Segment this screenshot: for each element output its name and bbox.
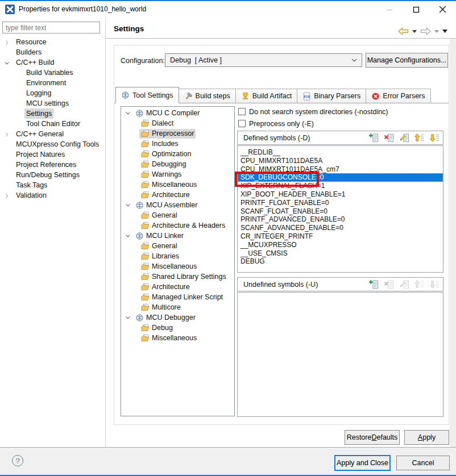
move-up-icon xyxy=(414,279,424,289)
symbol-row[interactable]: XIP_BOOT_HEADER_ENABLE=1 xyxy=(238,190,443,199)
tool-tree-item-general[interactable]: General xyxy=(121,210,234,220)
chevron-expanded-icon[interactable] xyxy=(125,110,131,116)
back-icon[interactable] xyxy=(398,27,409,35)
add-symbol-icon[interactable] xyxy=(368,133,378,143)
sidebar-item-validation[interactable]: Validation xyxy=(0,190,105,201)
tool-tree-item-general[interactable]: General xyxy=(121,241,234,251)
forward-icon[interactable] xyxy=(420,27,431,35)
chevron-collapsed-icon[interactable] xyxy=(3,131,10,138)
sidebar-item-c-c-general[interactable]: C/C++ General xyxy=(0,129,105,139)
symbol-row[interactable]: PRINTF_FLOAT_ENABLE=0 xyxy=(238,199,443,207)
sidebar-item-project-references[interactable]: Project References xyxy=(0,160,105,170)
cancel-button[interactable]: Cancel xyxy=(396,456,450,470)
tool-tree-item-mcu-linker[interactable]: MCU Linker xyxy=(121,231,234,241)
move-down-icon[interactable] xyxy=(430,133,440,143)
help-button[interactable]: ? xyxy=(12,455,23,466)
tab-build-steps[interactable]: Build steps xyxy=(179,89,236,103)
move-up-icon[interactable] xyxy=(414,133,424,143)
symbol-row[interactable]: CR_INTEGER_PRINTF xyxy=(238,232,443,241)
tool-tree-item-shared-library-settings[interactable]: Shared Library Settings xyxy=(121,272,234,282)
edit-symbol-icon[interactable] xyxy=(399,133,409,143)
tool-tree-item-label: Preprocessor xyxy=(152,130,194,137)
sidebar-item-label: C/C++ Build xyxy=(14,57,56,68)
symbol-row[interactable]: DEBUG xyxy=(238,257,443,266)
apply-and-close-button[interactable]: Apply and Close xyxy=(334,455,391,471)
sidebar-item-environment[interactable]: Environment xyxy=(0,78,105,88)
close-button[interactable] xyxy=(430,1,455,18)
chevron-collapsed-icon[interactable] xyxy=(3,39,10,46)
tool-tree-item-miscellaneous[interactable]: Miscellaneous xyxy=(121,179,234,190)
sidebar-item-run-debug-settings[interactable]: Run/Debug Settings xyxy=(0,170,105,180)
option-nostdinc: Do not search system directories (-nostd… xyxy=(238,107,388,116)
tool-tree-item-mcu-debugger[interactable]: MCU Debugger xyxy=(121,312,234,323)
checkbox-preprocess-only[interactable] xyxy=(238,120,246,127)
apply-button[interactable]: Apply xyxy=(404,430,449,445)
tool-tree-item-architecture[interactable]: Architecture xyxy=(121,282,234,292)
chevron-expanded-icon[interactable] xyxy=(125,202,131,208)
symbol-row[interactable]: __REDLIB__ xyxy=(238,148,443,157)
folder-icon xyxy=(141,150,150,158)
symbol-row[interactable]: CPU_MIMXRT1011DAE5A xyxy=(238,157,443,165)
defined-symbols-list[interactable]: __REDLIB__CPU_MIMXRT1011DAE5ACPU_MIMXRT1… xyxy=(237,145,443,273)
sidebar-item-tool-chain-editor[interactable]: Tool Chain Editor xyxy=(0,119,105,129)
tool-tree-item-preprocessor[interactable]: Preprocessor xyxy=(121,128,234,139)
manage-configurations-button[interactable]: Manage Configurations... xyxy=(366,53,448,68)
tool-tree-item-multicore[interactable]: Multicore xyxy=(121,302,234,312)
add-symbol-icon[interactable] xyxy=(368,279,378,289)
tab-label: Tool Settings xyxy=(132,91,173,99)
tool-tree-item-dialect[interactable]: Dialect xyxy=(121,118,234,128)
symbol-row[interactable]: __MCUXPRESSO xyxy=(238,241,443,249)
tool-tree-item-architecture[interactable]: Architecture xyxy=(121,190,234,200)
maximize-button[interactable] xyxy=(403,1,429,18)
symbol-row[interactable]: SCANF_FLOAT_ENABLE=0 xyxy=(238,207,443,216)
tab-tool-settings[interactable]: Tool Settings xyxy=(115,87,179,103)
sidebar-item-mcuxpresso-config-tools[interactable]: MCUXpresso Config Tools xyxy=(0,139,105,149)
sidebar-item-project-natures[interactable]: Project Natures xyxy=(0,149,105,160)
tool-tree-item-miscellaneous[interactable]: Miscellaneous xyxy=(121,333,234,343)
tool-tree-item-libraries[interactable]: Libraries xyxy=(121,251,234,261)
symbol-row[interactable]: PRINTF_ADVANCED_ENABLE=0 xyxy=(238,215,443,224)
folder-icon xyxy=(141,119,150,128)
tool-tree-item-mcu-assembler[interactable]: MCU Assembler xyxy=(121,200,234,210)
tool-tree-item-mcu-c-compiler[interactable]: MCU C Compiler xyxy=(121,108,234,118)
tool-tree-item-managed-linker-script[interactable]: Managed Linker Script xyxy=(121,292,234,302)
chevron-expanded-icon[interactable] xyxy=(125,232,131,239)
tool-tree-item-miscellaneous[interactable]: Miscellaneous xyxy=(121,261,234,272)
sidebar-item-mcu-settings[interactable]: MCU settings xyxy=(0,98,105,108)
sidebar-item-c-c-build[interactable]: C/C++ Build xyxy=(0,57,105,68)
forward-menu-icon[interactable] xyxy=(434,30,439,33)
symbol-row[interactable]: SCANF_ADVANCED_ENABLE=0 xyxy=(238,224,443,232)
filter-input[interactable] xyxy=(2,22,100,34)
tab-binary-parsers[interactable]: 010Binary Parsers xyxy=(297,89,366,103)
page-scroll-gutter[interactable] xyxy=(450,39,456,447)
chevron-collapsed-icon[interactable] xyxy=(3,193,10,199)
sidebar-item-task-tags[interactable]: Task Tags xyxy=(0,180,105,190)
sidebar-item-builders[interactable]: Builders xyxy=(0,47,105,57)
tool-tree-item-debugging[interactable]: Debugging xyxy=(121,159,234,169)
minimize-button[interactable] xyxy=(376,1,402,18)
tool-tree-item-optimization[interactable]: Optimization xyxy=(121,149,234,159)
tab-error-parsers[interactable]: Error Parsers xyxy=(366,89,430,103)
chevron-expanded-icon[interactable] xyxy=(125,314,131,321)
tool-tree-item-architecture-headers[interactable]: Architecture & Headers xyxy=(121,220,234,231)
tool-tree-item-debug[interactable]: Debug xyxy=(121,323,234,333)
tool-tree-item-includes[interactable]: Includes xyxy=(121,139,234,149)
undefined-symbols-list[interactable] xyxy=(237,292,443,417)
view-menu-icon[interactable] xyxy=(442,30,447,33)
configuration-combo[interactable]: Debug [ Active ] xyxy=(165,53,362,67)
folder-icon xyxy=(141,211,150,220)
sidebar-item-build-variables[interactable]: Build Variables xyxy=(0,68,105,78)
sidebar-item-logging[interactable]: Logging xyxy=(0,88,105,98)
checkbox-nostdinc[interactable] xyxy=(238,108,246,115)
restore-defaults-button[interactable]: Restore Defaults xyxy=(345,430,400,445)
tab-build-artifact[interactable]: Build Artifact xyxy=(236,89,297,103)
sidebar-item-settings[interactable]: Settings xyxy=(0,108,105,119)
back-menu-icon[interactable] xyxy=(412,30,417,33)
tool-tree-item-warnings[interactable]: Warnings xyxy=(121,169,234,179)
symbol-row[interactable]: __USE_CMSIS xyxy=(238,249,443,258)
sidebar-item-resource[interactable]: Resource xyxy=(0,37,105,47)
option-preprocess-only: Preprocess only (-E) xyxy=(238,119,314,128)
chevron-expanded-icon[interactable] xyxy=(3,60,10,66)
tool-icon xyxy=(135,109,144,118)
delete-symbol-icon[interactable] xyxy=(384,133,393,143)
